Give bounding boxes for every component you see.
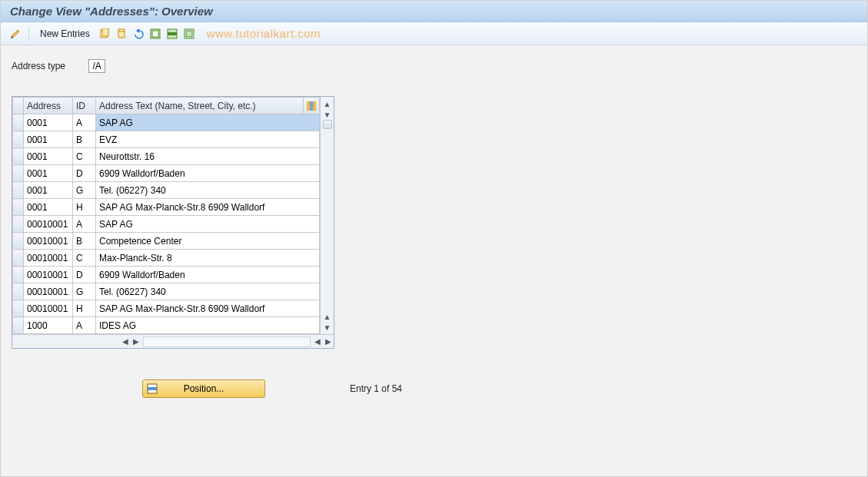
- cell-text[interactable]: SAP AG: [96, 114, 320, 131]
- table-row[interactable]: 0001BEVZ: [13, 131, 320, 148]
- cell-text[interactable]: Neurottstr. 16: [96, 148, 320, 165]
- scroll-right-arrow[interactable]: ▶: [323, 336, 334, 347]
- scroll-up-arrow[interactable]: ▲: [322, 98, 333, 109]
- cell-address[interactable]: 00010001: [24, 283, 73, 300]
- scroll-down-arrow[interactable]: ▼: [322, 322, 333, 333]
- table-row[interactable]: 0001CNeurottstr. 16: [13, 148, 320, 165]
- col-header-address[interactable]: Address: [24, 98, 73, 114]
- table-row[interactable]: 00010001ASAP AG: [13, 216, 320, 233]
- undo-change-icon[interactable]: [131, 27, 145, 41]
- cell-address[interactable]: 0001: [24, 114, 73, 131]
- table-row[interactable]: 0001HSAP AG Max-Planck-Str.8 6909 Walldo…: [13, 199, 320, 216]
- address-type-input[interactable]: [88, 59, 105, 73]
- deselect-all-icon[interactable]: [182, 27, 196, 41]
- table-row[interactable]: 00010001D6909 Walldorf/Baden: [13, 267, 320, 283]
- cell-text[interactable]: EVZ: [96, 131, 320, 148]
- cell-id[interactable]: H: [73, 300, 96, 317]
- cell-text[interactable]: Tel. (06227) 340: [96, 182, 320, 199]
- row-selector[interactable]: [13, 199, 24, 216]
- cell-text[interactable]: Competence Center: [96, 233, 320, 250]
- select-all-icon[interactable]: [148, 27, 162, 41]
- data-table: Address ID Address Text (Name, Street, C…: [12, 96, 334, 349]
- select-block-icon[interactable]: [165, 27, 179, 41]
- position-button[interactable]: Position...: [142, 379, 265, 398]
- cell-id[interactable]: B: [73, 233, 96, 250]
- row-selector[interactable]: [13, 233, 24, 250]
- watermark-text: www.tutorialkart.com: [207, 27, 321, 40]
- cell-id[interactable]: G: [73, 283, 96, 300]
- cell-id[interactable]: A: [73, 114, 96, 131]
- scroll-down-arrow-top[interactable]: ▼: [322, 109, 333, 120]
- cell-id[interactable]: D: [73, 165, 96, 182]
- row-selector[interactable]: [13, 148, 24, 165]
- cell-id[interactable]: A: [73, 216, 96, 233]
- svg-rect-14: [148, 387, 157, 390]
- cell-address[interactable]: 00010001: [24, 216, 73, 233]
- row-selector[interactable]: [13, 114, 24, 131]
- table-config-button[interactable]: [304, 98, 320, 114]
- cell-address[interactable]: 00010001: [24, 233, 73, 250]
- col-header-text[interactable]: Address Text (Name, Street, City, etc.): [96, 98, 304, 114]
- cell-text[interactable]: IDES AG: [96, 317, 320, 334]
- cell-address[interactable]: 0001: [24, 182, 73, 199]
- cell-id[interactable]: D: [73, 267, 96, 283]
- cell-address[interactable]: 00010001: [24, 267, 73, 283]
- svg-rect-9: [186, 31, 192, 37]
- row-selector[interactable]: [13, 250, 24, 267]
- cell-id[interactable]: A: [73, 317, 96, 334]
- content-area: Address type Address ID Address Text (Na…: [1, 45, 867, 412]
- cell-address[interactable]: 00010001: [24, 300, 73, 317]
- row-selector[interactable]: [13, 300, 24, 317]
- row-selector[interactable]: [13, 216, 24, 233]
- cell-text[interactable]: SAP AG Max-Planck-Str.8 6909 Walldorf: [96, 199, 320, 216]
- table-row[interactable]: 0001GTel. (06227) 340: [13, 182, 320, 199]
- row-selector-header[interactable]: [13, 98, 24, 114]
- cell-id[interactable]: G: [73, 182, 96, 199]
- cell-address[interactable]: 1000: [24, 317, 73, 334]
- hscroll-track[interactable]: [143, 336, 311, 347]
- cell-address[interactable]: 0001: [24, 165, 73, 182]
- cell-id[interactable]: B: [73, 131, 96, 148]
- row-selector[interactable]: [13, 317, 24, 334]
- new-entries-button[interactable]: New Entries: [35, 28, 95, 39]
- table-row[interactable]: 00010001HSAP AG Max-Planck-Str.8 6909 Wa…: [13, 300, 320, 317]
- cell-address[interactable]: 00010001: [24, 250, 73, 267]
- table-row[interactable]: 00010001BCompetence Center: [13, 233, 320, 250]
- cell-text[interactable]: SAP AG Max-Planck-Str.8 6909 Walldorf: [96, 300, 320, 317]
- cell-text[interactable]: 6909 Walldorf/Baden: [96, 267, 320, 283]
- cell-address[interactable]: 0001: [24, 199, 73, 216]
- table-row[interactable]: 00010001GTel. (06227) 340: [13, 283, 320, 300]
- vertical-scrollbar[interactable]: ▲ ▼ ▲ ▼: [320, 97, 334, 334]
- row-selector[interactable]: [13, 267, 24, 283]
- table-row[interactable]: 0001D6909 Walldorf/Baden: [13, 165, 320, 182]
- cell-id[interactable]: C: [73, 250, 96, 267]
- cell-address[interactable]: 0001: [24, 148, 73, 165]
- delete-icon[interactable]: [115, 27, 128, 41]
- cell-text[interactable]: Tel. (06227) 340: [96, 283, 320, 300]
- scroll-thumb[interactable]: [323, 120, 332, 129]
- position-button-label: Position...: [184, 383, 224, 394]
- cell-text[interactable]: Max-Planck-Str. 8: [96, 250, 320, 267]
- table-row[interactable]: 0001ASAP AG: [13, 114, 320, 131]
- cell-id[interactable]: C: [73, 148, 96, 165]
- scroll-left-arrow-right[interactable]: ◀: [312, 336, 323, 347]
- svg-rect-11: [310, 101, 313, 111]
- table-row[interactable]: 1000AIDES AG: [13, 317, 320, 334]
- cell-id[interactable]: H: [73, 199, 96, 216]
- row-selector[interactable]: [13, 283, 24, 300]
- cell-text[interactable]: 6909 Walldorf/Baden: [96, 165, 320, 182]
- col-header-id[interactable]: ID: [73, 98, 96, 114]
- table-row[interactable]: 00010001CMax-Planck-Str. 8: [13, 250, 320, 267]
- scroll-right-arrow-left[interactable]: ▶: [131, 336, 141, 347]
- toolbar-separator: [28, 27, 29, 41]
- scroll-left-arrow[interactable]: ◀: [120, 336, 131, 347]
- horizontal-scrollbar[interactable]: ◀ ▶ ◀ ▶: [12, 334, 334, 348]
- row-selector[interactable]: [13, 165, 24, 182]
- cell-text[interactable]: SAP AG: [96, 216, 320, 233]
- copy-as-icon[interactable]: [98, 27, 111, 41]
- row-selector[interactable]: [13, 182, 24, 199]
- scroll-up-arrow-bottom[interactable]: ▲: [322, 311, 333, 322]
- cell-address[interactable]: 0001: [24, 131, 73, 148]
- row-selector[interactable]: [13, 131, 24, 148]
- toggle-display-change-icon[interactable]: [8, 27, 22, 41]
